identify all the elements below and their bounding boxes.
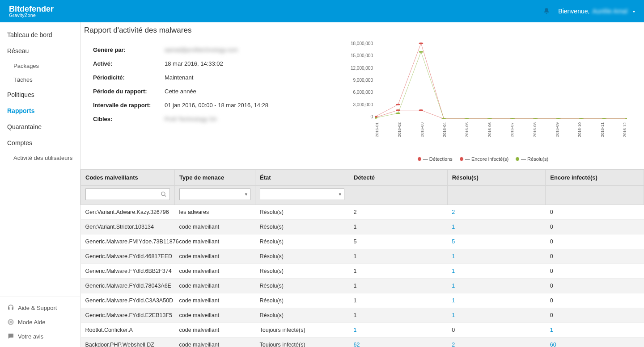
cell-name: Generic.Malware.FYdld.6BB2F374 bbox=[81, 264, 175, 279]
cell-detected: 2 bbox=[349, 205, 448, 220]
sidebar-item-3[interactable]: Tâches bbox=[0, 73, 80, 87]
table-row[interactable]: Backdoor.PHP.Webshell.DZcode malveillant… bbox=[81, 338, 644, 347]
svg-point-32 bbox=[556, 118, 560, 119]
mode-label: Mode Aide bbox=[18, 319, 45, 326]
help-label: Aide & Support bbox=[18, 305, 57, 311]
legend-item: — Détections bbox=[418, 156, 453, 162]
cell-infected: 0 bbox=[546, 264, 644, 279]
meta-periodicity-value: Maintenant bbox=[165, 74, 193, 81]
table-row[interactable]: Generic.Malware.FYdld.6BB2F374code malve… bbox=[81, 264, 644, 279]
feedback-link[interactable]: Votre avis bbox=[5, 329, 75, 343]
help-support-link[interactable]: Aide & Support bbox=[5, 301, 75, 315]
malware-table: Codes malveillants Type de menace État D… bbox=[80, 169, 644, 347]
filter-type-select[interactable]: ▾ bbox=[179, 188, 250, 200]
meta-period-label: Période du rapport: bbox=[93, 88, 165, 95]
cell-name: Gen:Variant.Adware.Kazy.326796 bbox=[81, 205, 175, 220]
user-menu[interactable]: Bienvenue, Aurélie Amal ▾ bbox=[558, 8, 635, 15]
cell-type: code malveillant bbox=[175, 249, 255, 264]
cell-infected: 0 bbox=[546, 249, 644, 264]
cell-detected: 5 bbox=[349, 234, 448, 249]
meta-activated-value: 18 mar 2016, 14:33:02 bbox=[165, 60, 223, 67]
sidebar-item-5[interactable]: Rapports bbox=[0, 103, 80, 119]
cell-type: code malveillant bbox=[175, 234, 255, 249]
table-row[interactable]: Generic.Malware.FYdld.78043A6Ecode malve… bbox=[81, 279, 644, 293]
svg-point-13 bbox=[396, 109, 400, 111]
cell-detected: 1 bbox=[349, 308, 448, 323]
brand-logo: Bitdefender GravityZone bbox=[9, 5, 54, 18]
cell-type: les adwares bbox=[175, 205, 255, 220]
cell-state: Toujours infecté(s) bbox=[255, 338, 349, 347]
cell-resolved: 1 bbox=[447, 249, 546, 264]
cell-detected: 1 bbox=[349, 264, 448, 279]
meta-interval-label: Intervalle de rapport: bbox=[93, 102, 165, 109]
sidebar-item-6[interactable]: Quarantaine bbox=[0, 119, 80, 135]
y-tick: 6,000,000 bbox=[338, 90, 373, 95]
col-header-type[interactable]: Type de menace bbox=[175, 170, 255, 186]
x-tick: 2016-03 bbox=[420, 122, 424, 137]
table-row[interactable]: Generic.Malware.FYdld.46817EEDcode malve… bbox=[81, 249, 644, 264]
notifications-icon[interactable] bbox=[543, 8, 550, 15]
svg-point-26 bbox=[419, 51, 423, 53]
help-mode-link[interactable]: Mode Aide bbox=[5, 315, 75, 329]
col-header-codes[interactable]: Codes malveillants bbox=[81, 170, 175, 186]
svg-point-1 bbox=[396, 104, 400, 105]
cell-type: code malveillant bbox=[175, 220, 255, 234]
sidebar-item-1[interactable]: Réseau bbox=[0, 43, 80, 59]
cell-detected: 1 bbox=[349, 293, 448, 308]
svg-point-33 bbox=[579, 118, 584, 119]
sidebar-footer: Aide & Support Mode Aide Votre avis bbox=[0, 297, 80, 347]
cell-state: Résolu(s) bbox=[255, 220, 349, 234]
table-row[interactable]: Gen:Variant.Strictor.103134code malveill… bbox=[81, 220, 644, 234]
cell-state: Résolu(s) bbox=[255, 279, 349, 293]
cell-type: code malveillant bbox=[175, 338, 255, 347]
table-row[interactable]: Generic.Malware.FYdld.E2EB13F5code malve… bbox=[81, 308, 644, 323]
table-row[interactable]: Gen:Variant.Adware.Kazy.326796les adware… bbox=[81, 205, 644, 220]
cell-name: Generic.Malware.FYdld.46817EED bbox=[81, 249, 175, 264]
cell-resolved: 0 bbox=[447, 323, 546, 338]
cell-state: Résolu(s) bbox=[255, 249, 349, 264]
legend-item: — Encore infecté(s) bbox=[460, 156, 508, 162]
svg-point-25 bbox=[396, 113, 400, 114]
chart-area: 18,000,00015,000,00012,000,0009,000,0006… bbox=[335, 38, 640, 166]
sidebar-item-2[interactable]: Packages bbox=[0, 59, 80, 73]
x-tick: 2016-08 bbox=[533, 122, 537, 137]
feedback-label: Votre avis bbox=[18, 333, 43, 340]
cell-detected: 1 bbox=[349, 249, 448, 264]
x-tick: 2016-01 bbox=[375, 122, 379, 137]
col-header-infected[interactable]: Encore infecté(s) bbox=[546, 170, 644, 186]
sidebar-item-7[interactable]: Comptes bbox=[0, 135, 80, 151]
cell-type: code malveillant bbox=[175, 293, 255, 308]
brand-product: GravityZone bbox=[9, 13, 54, 18]
svg-point-31 bbox=[533, 118, 538, 119]
x-tick: 2016-11 bbox=[600, 122, 605, 137]
chat-icon bbox=[7, 333, 14, 340]
x-tick: 2016-07 bbox=[510, 122, 514, 137]
cell-state: Résolu(s) bbox=[255, 234, 349, 249]
cell-detected: 1 bbox=[349, 279, 448, 293]
sidebar-item-4[interactable]: Politiques bbox=[0, 87, 80, 103]
meta-periodicity-label: Périodicité: bbox=[93, 74, 165, 81]
sidebar-item-0[interactable]: Tableau de bord bbox=[0, 27, 80, 43]
y-tick: 0 bbox=[338, 114, 373, 119]
cell-resolved: 1 bbox=[447, 308, 546, 323]
x-tick: 2016-09 bbox=[555, 122, 559, 137]
cell-resolved: 1 bbox=[447, 279, 546, 293]
cell-infected: 0 bbox=[546, 279, 644, 293]
table-row[interactable]: Generic.Malware.FM!Ydoe.73B11876code mal… bbox=[81, 234, 644, 249]
filter-state-select[interactable]: ▾ bbox=[260, 188, 344, 200]
x-tick: 2016-10 bbox=[577, 122, 582, 137]
welcome-username: Aurélie Amal bbox=[592, 8, 627, 15]
x-tick: 2016-06 bbox=[487, 122, 492, 137]
col-header-state[interactable]: État bbox=[255, 170, 349, 186]
cell-infected: 0 bbox=[546, 205, 644, 220]
filter-codes-input[interactable] bbox=[85, 188, 170, 200]
svg-point-30 bbox=[510, 118, 515, 119]
col-header-resolved[interactable]: Résolu(s) bbox=[447, 170, 546, 186]
col-header-detected[interactable]: Détecté bbox=[349, 170, 448, 186]
table-row[interactable]: Generic.Malware.FYdld.C3A3A50Dcode malve… bbox=[81, 293, 644, 308]
sidebar-item-8[interactable]: Activité des utilisateurs bbox=[0, 151, 80, 165]
table-row[interactable]: Rootkit.Conficker.Acode malveillantToujo… bbox=[81, 323, 644, 338]
meta-genby-label: Généré par: bbox=[93, 46, 165, 53]
svg-point-35 bbox=[625, 118, 627, 119]
meta-genby-value: aamal@profitechnology.com bbox=[165, 46, 238, 53]
